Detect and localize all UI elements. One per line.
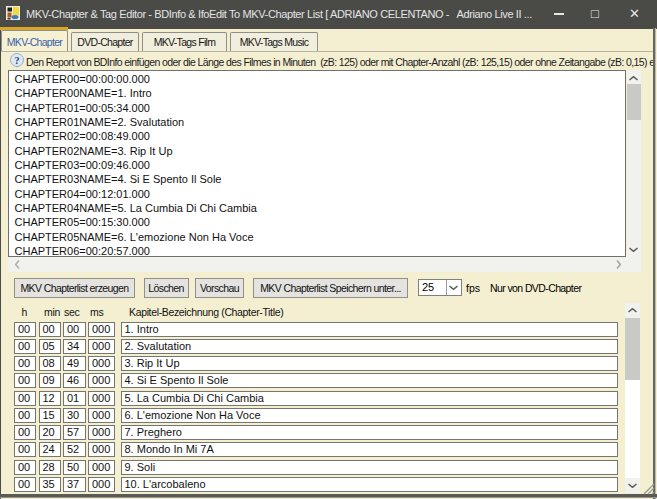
svg-text:?: ?	[15, 55, 20, 66]
